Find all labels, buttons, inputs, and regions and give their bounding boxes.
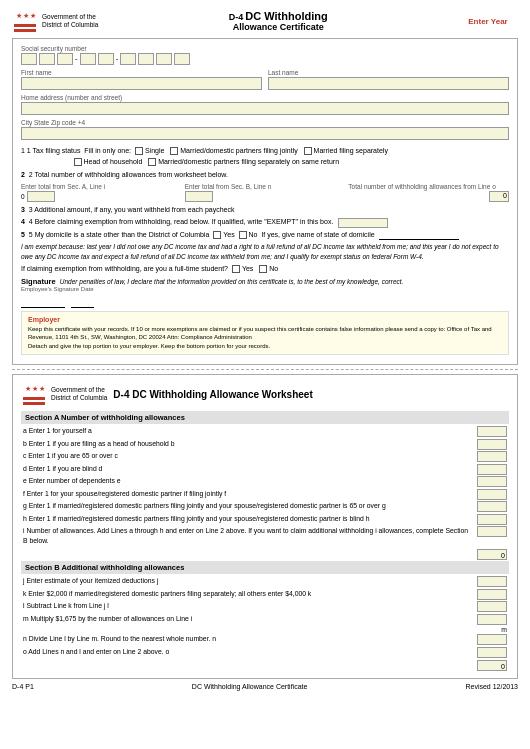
student-line: If claiming exemption from withholding, … — [21, 265, 509, 273]
signature-sub: Under penalties of law, I declare that t… — [60, 278, 404, 285]
ssn-box-3[interactable] — [57, 53, 73, 65]
last-name-input[interactable] — [268, 77, 509, 90]
exempt-input[interactable] — [338, 218, 388, 228]
married-dom-sep-checkbox[interactable] — [148, 158, 156, 166]
ws-d-label: d Enter 1 if you are blind d — [23, 464, 477, 474]
ws-row-h: h Enter 1 if married/registered domestic… — [21, 514, 509, 525]
employer-text: Keep this certificate with your records.… — [28, 325, 502, 342]
domicile-no-checkbox[interactable] — [239, 231, 247, 239]
ssn-box-5[interactable] — [98, 53, 114, 65]
student-yes-checkbox[interactable] — [232, 265, 240, 273]
ssn-label: Social security number — [21, 45, 509, 52]
line4-row: 4 4 Before claiming exemption from withh… — [21, 217, 509, 228]
sec-a-input[interactable] — [27, 191, 55, 202]
ws-b-input[interactable] — [477, 439, 507, 450]
svg-rect-13 — [23, 402, 45, 405]
ws-row-m: m Multiply $1,675 by the number of allow… — [21, 614, 509, 625]
ws-f-input[interactable] — [477, 489, 507, 500]
ws-d-input[interactable] — [477, 464, 507, 475]
ssn-box-8[interactable] — [156, 53, 172, 65]
signature-input[interactable] — [21, 292, 65, 308]
line5-label: 5 My domicile is a state other than the … — [29, 231, 210, 238]
ws-row-d: d Enter 1 if you are blind d — [21, 464, 509, 475]
city-input[interactable] — [21, 127, 509, 140]
svg-text:★: ★ — [32, 385, 38, 392]
ws-l-input[interactable] — [477, 601, 507, 612]
form-sub-title: Allowance Certificate — [233, 22, 324, 32]
ws-row-b: b Enter 1 if you are filing as a head of… — [21, 439, 509, 450]
svg-rect-6 — [14, 29, 36, 32]
ws-b-label: b Enter 1 if you are filing as a head of… — [23, 439, 477, 449]
employer-detach: Detach and give the top portion to your … — [28, 342, 502, 350]
city-row: City State Zip code +4 — [21, 119, 509, 140]
ws-n-input[interactable] — [477, 634, 507, 645]
form-id: D-4 — [229, 12, 244, 22]
domicile-yes-checkbox[interactable] — [213, 231, 221, 239]
sec-b-input[interactable] — [185, 191, 213, 202]
ws-c-input[interactable] — [477, 451, 507, 462]
ssn-box-1[interactable] — [21, 53, 37, 65]
section-b-header: Section B Additional withholding allowan… — [21, 561, 509, 574]
svg-text:★: ★ — [23, 12, 29, 19]
ws-a-total-input[interactable]: 0 — [477, 549, 507, 560]
married-sep-checkbox[interactable] — [304, 147, 312, 155]
single-label: Single — [145, 147, 164, 154]
ws-row-o: o Add Lines n and l and enter on Line 2 … — [21, 647, 509, 658]
line5-num: 5 — [21, 231, 25, 238]
ws-n-label: n Divide Line l by Line m. Round to the … — [23, 634, 477, 644]
ws-m-input[interactable] — [477, 614, 507, 625]
first-name-input[interactable] — [21, 77, 262, 90]
line4-num: 4 — [21, 218, 25, 225]
ws-title: D-4 DC Withholding Allowance Worksheet — [113, 389, 312, 400]
ws-e-input[interactable] — [477, 476, 507, 487]
ws-f-label: f Enter 1 for your spouse/registered dom… — [23, 489, 477, 499]
divider — [12, 369, 518, 370]
firstname-label: First name — [21, 69, 262, 76]
student-no-checkbox[interactable] — [259, 265, 267, 273]
address-input[interactable] — [21, 102, 509, 115]
ws-o-input[interactable] — [477, 647, 507, 658]
total-input[interactable]: 0 — [489, 191, 509, 202]
married-joint-checkbox[interactable] — [170, 147, 178, 155]
domicile-state-input[interactable] — [379, 239, 459, 240]
footer-revised: Revised 12/2013 — [465, 683, 518, 690]
last-name-field: Last name — [268, 69, 509, 90]
ws-a-total-row: 0 — [21, 548, 509, 561]
ws-b-total-input[interactable]: 0 — [477, 660, 507, 671]
ssn-box-9[interactable] — [174, 53, 190, 65]
ssn-row: Social security number - - — [21, 45, 509, 65]
sec-b-label: Enter total from Sec. B, Line n — [185, 183, 346, 190]
ws-m-label: m Multiply $1,675 by the number of allow… — [23, 614, 477, 624]
worksheet-section: ★ ★ ★ Government of the District of Colu… — [12, 374, 518, 679]
if-yes-label: If yes, give name of state of domicile — [261, 231, 374, 238]
tax-status-row: 1 1 Tax filing status Fill in only one: … — [21, 145, 509, 167]
date-input[interactable] — [71, 292, 93, 308]
ssn-box-2[interactable] — [39, 53, 55, 65]
ws-row-l: l Subtract Line k from Line j l — [21, 601, 509, 612]
ws-a-input[interactable] — [477, 426, 507, 437]
ws-h-input[interactable] — [477, 514, 507, 525]
ws-k-label: k Enter $2,000 if married/registered dom… — [23, 589, 477, 599]
dc-logo-icon: ★ ★ ★ — [12, 8, 38, 34]
ssn-boxes: - - — [21, 53, 509, 65]
employer-section: Employer Keep this certificate with your… — [21, 311, 509, 355]
ws-k-input[interactable] — [477, 589, 507, 600]
year-area: Enter Year — [458, 17, 518, 26]
sec-a-field: Enter total from Sec. A, Line i 0 — [21, 183, 182, 202]
single-checkbox[interactable] — [135, 147, 143, 155]
married-dom-sep-label: Married/domestic partners filing separat… — [158, 158, 339, 165]
svg-text:★: ★ — [25, 385, 31, 392]
ws-row-g: g Enter 1 if married/registered domestic… — [21, 501, 509, 512]
ws-j-input[interactable] — [477, 576, 507, 587]
ssn-box-6[interactable] — [120, 53, 136, 65]
ws-row-c: c Enter 1 if you are 65 or over c — [21, 451, 509, 462]
ssn-box-4[interactable] — [80, 53, 96, 65]
sec-a-label: Enter total from Sec. A, Line i — [21, 183, 182, 190]
ws-j-label: j Enter estimate of your itemized deduct… — [23, 576, 477, 586]
hoh-checkbox[interactable] — [74, 158, 82, 166]
ssn-box-7[interactable] — [138, 53, 154, 65]
domicile-no-label: No — [249, 231, 258, 238]
ws-g-input[interactable] — [477, 501, 507, 512]
form-header: ★ ★ ★ Government of the District of Colu… — [12, 8, 518, 34]
ws-i-input[interactable] — [477, 526, 507, 537]
